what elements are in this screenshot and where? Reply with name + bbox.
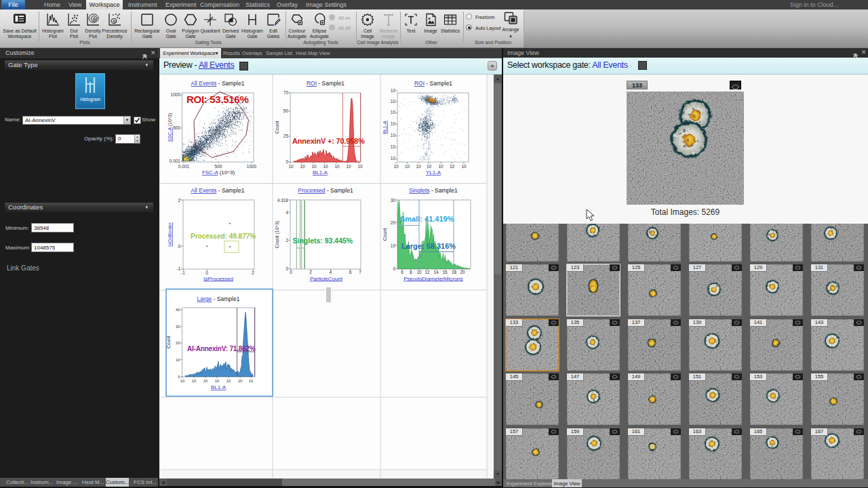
svg-text:500: 500 [173, 125, 180, 130]
svg-text:0: 0 [285, 266, 288, 271]
svg-text:10: 10 [288, 164, 294, 169]
svg-text:0.001: 0.001 [170, 159, 181, 163]
svg-text:AnnexinV +: 70.958%: AnnexinV +: 70.958% [292, 137, 365, 145]
svg-text:2: 2 [285, 238, 288, 243]
svg-text:ROI - Sample1: ROI - Sample1 [414, 80, 452, 87]
svg-text:Count (10^3): Count (10^3) [275, 221, 280, 248]
svg-text:10: 10 [192, 379, 196, 383]
svg-text:10: 10 [427, 164, 432, 169]
svg-text:10: 10 [357, 164, 363, 169]
svg-text:FSC-A (10^3): FSC-A (10^3) [202, 169, 235, 176]
svg-text:AI-AnnexinV: 71.862%: AI-AnnexinV: 71.862% [187, 345, 256, 352]
svg-text:10: 10 [334, 164, 340, 169]
svg-text:10: 10 [300, 164, 305, 169]
svg-text:10: 10 [176, 358, 180, 362]
svg-text:Count: Count [382, 228, 387, 241]
svg-text:10: 10 [438, 164, 443, 169]
svg-text:10: 10 [450, 164, 455, 169]
svg-text:10: 10 [249, 379, 253, 383]
svg-text:Singlets - Sample1: Singlets - Sample1 [409, 187, 458, 194]
svg-text:PseudoDiameterMicrons: PseudoDiameterMicrons [403, 276, 463, 282]
svg-text:Singlets: 93.445%: Singlets: 93.445% [293, 237, 353, 245]
svg-text:Count: Count [275, 121, 279, 134]
svg-text:10: 10 [215, 379, 219, 383]
svg-text:SSC-A (10^3): SSC-A (10^3) [167, 113, 173, 142]
svg-text:BL1-A: BL1-A [313, 169, 328, 176]
svg-text:10: 10 [393, 164, 399, 169]
svg-text:10: 10 [180, 379, 184, 383]
svg-text:0.001: 0.001 [178, 164, 190, 169]
svg-text:Large: 58.316%: Large: 58.316% [401, 242, 456, 250]
svg-text:Processed: 49.877%: Processed: 49.877% [191, 232, 256, 240]
svg-text:ParticleCount: ParticleCount [310, 276, 343, 282]
svg-text:All Events - Sample1: All Events - Sample1 [191, 80, 245, 87]
svg-text:10: 10 [391, 133, 396, 138]
svg-text:25: 25 [283, 134, 289, 138]
svg-text:ROI: 53.516%: ROI: 53.516% [186, 94, 248, 105]
svg-text:1000: 1000 [171, 92, 181, 97]
svg-text:10: 10 [238, 379, 242, 383]
svg-text:50: 50 [283, 108, 289, 113]
svg-text:2: 2 [178, 198, 180, 203]
svg-text:Large - Sample1: Large - Sample1 [197, 296, 240, 302]
svg-text:10: 10 [461, 164, 467, 169]
svg-text:4.918: 4.918 [277, 198, 289, 203]
svg-text:ROI - Sample1: ROI - Sample1 [307, 80, 344, 87]
svg-text:BL1-A: BL1-A [382, 121, 387, 134]
svg-text:4: 4 [285, 210, 288, 215]
svg-text:All Events - Sample1: All Events - Sample1 [191, 187, 245, 194]
svg-text:10: 10 [405, 164, 410, 169]
svg-text:10: 10 [311, 164, 317, 169]
svg-text:10: 10 [416, 164, 421, 169]
svg-text:0: 0 [285, 159, 288, 164]
svg-text:10: 10 [391, 88, 396, 93]
svg-text:30: 30 [391, 198, 396, 203]
svg-text:10: 10 [391, 156, 396, 161]
svg-text:1000: 1000 [247, 164, 257, 169]
svg-text:10: 10 [391, 243, 396, 248]
svg-text:10: 10 [391, 121, 396, 126]
svg-text:10: 10 [391, 144, 396, 149]
svg-text:0: 0 [393, 266, 395, 271]
svg-text:-1: -1 [176, 266, 180, 271]
svg-text:30: 30 [176, 325, 180, 329]
svg-text:10: 10 [323, 164, 328, 169]
svg-text:10: 10 [203, 379, 208, 383]
svg-text:20: 20 [391, 220, 396, 225]
svg-text:10: 10 [391, 99, 396, 104]
svg-text:0: 0 [178, 244, 180, 249]
svg-text:IsProcessed: IsProcessed [203, 276, 233, 282]
svg-text:20: 20 [176, 341, 180, 345]
svg-text:10: 10 [226, 379, 231, 383]
svg-text:YL1-A: YL1-A [426, 169, 441, 176]
svg-text:0: 0 [205, 270, 208, 275]
svg-text:Count: Count [166, 336, 171, 349]
svg-text:Processed - Sample1: Processed - Sample1 [298, 187, 353, 194]
svg-text:Small: 41.419%: Small: 41.419% [400, 215, 454, 223]
svg-text:500: 500 [215, 164, 222, 169]
svg-text:-1: -1 [181, 270, 185, 275]
svg-text:IsOnBorder: IsOnBorder [167, 222, 172, 246]
svg-text:2: 2 [252, 270, 254, 275]
svg-text:10: 10 [391, 110, 396, 115]
svg-text:40: 40 [176, 308, 180, 312]
svg-text:BL1-A: BL1-A [211, 384, 226, 390]
svg-text:70: 70 [283, 90, 289, 95]
svg-text:10: 10 [346, 164, 351, 169]
